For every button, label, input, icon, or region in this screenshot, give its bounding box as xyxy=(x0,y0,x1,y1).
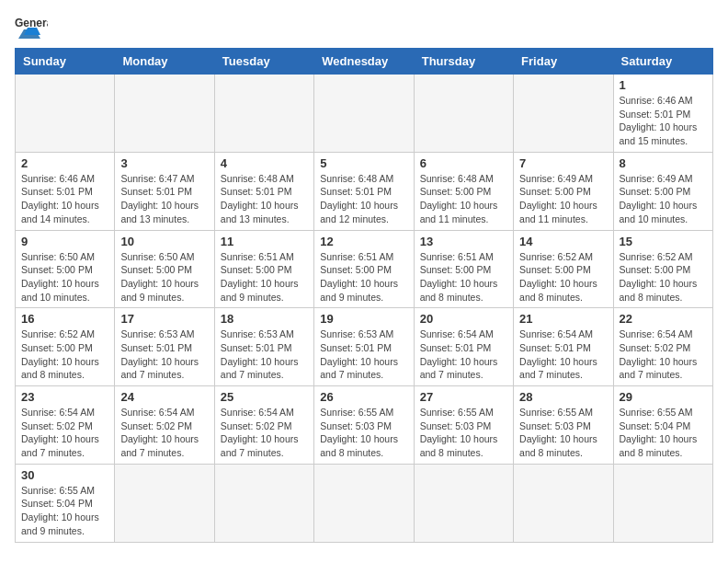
calendar-cell xyxy=(314,464,414,542)
day-number: 11 xyxy=(221,235,308,248)
day-number: 26 xyxy=(320,390,407,404)
calendar-cell xyxy=(613,464,712,542)
day-number: 6 xyxy=(420,156,507,170)
calendar-cell: 6Sunrise: 6:48 AM Sunset: 5:00 PM Daylig… xyxy=(414,152,513,230)
day-info: Sunrise: 6:46 AM Sunset: 5:01 PM Dayligh… xyxy=(21,172,108,226)
calendar-cell xyxy=(514,464,613,542)
calendar-cell: 13Sunrise: 6:51 AM Sunset: 5:00 PM Dayli… xyxy=(414,230,513,308)
day-number: 10 xyxy=(120,235,208,248)
calendar-cell: 2Sunrise: 6:46 AM Sunset: 5:01 PM Daylig… xyxy=(16,152,115,230)
calendar-cell: 14Sunrise: 6:52 AM Sunset: 5:00 PM Dayli… xyxy=(514,230,613,308)
day-info: Sunrise: 6:47 AM Sunset: 5:01 PM Dayligh… xyxy=(120,172,208,226)
calendar-cell: 22Sunrise: 6:54 AM Sunset: 5:02 PM Dayli… xyxy=(613,308,712,386)
day-info: Sunrise: 6:53 AM Sunset: 5:01 PM Dayligh… xyxy=(221,327,308,382)
day-info: Sunrise: 6:54 AM Sunset: 5:02 PM Dayligh… xyxy=(620,327,707,382)
col-header-saturday: Saturday xyxy=(613,49,712,75)
col-header-tuesday: Tuesday xyxy=(214,49,313,75)
day-info: Sunrise: 6:46 AM Sunset: 5:01 PM Dayligh… xyxy=(620,94,707,148)
calendar-cell: 21Sunrise: 6:54 AM Sunset: 5:01 PM Dayli… xyxy=(514,308,613,386)
day-info: Sunrise: 6:48 AM Sunset: 5:01 PM Dayligh… xyxy=(221,172,308,226)
calendar-cell: 4Sunrise: 6:48 AM Sunset: 5:01 PM Daylig… xyxy=(214,152,313,230)
day-number: 3 xyxy=(120,156,208,170)
col-header-sunday: Sunday xyxy=(16,49,115,75)
calendar-table: SundayMondayTuesdayWednesdayThursdayFrid… xyxy=(15,48,713,543)
day-info: Sunrise: 6:48 AM Sunset: 5:00 PM Dayligh… xyxy=(420,172,507,226)
calendar-cell xyxy=(115,464,214,542)
day-number: 23 xyxy=(21,390,108,404)
day-info: Sunrise: 6:51 AM Sunset: 5:00 PM Dayligh… xyxy=(221,250,308,304)
day-info: Sunrise: 6:55 AM Sunset: 5:03 PM Dayligh… xyxy=(519,406,607,460)
day-number: 21 xyxy=(519,312,607,326)
calendar-cell: 29Sunrise: 6:55 AM Sunset: 5:04 PM Dayli… xyxy=(613,386,712,465)
day-info: Sunrise: 6:54 AM Sunset: 5:01 PM Dayligh… xyxy=(519,327,607,382)
day-info: Sunrise: 6:54 AM Sunset: 5:02 PM Dayligh… xyxy=(120,406,208,460)
day-number: 15 xyxy=(620,235,707,248)
day-info: Sunrise: 6:55 AM Sunset: 5:04 PM Dayligh… xyxy=(21,484,108,538)
col-header-wednesday: Wednesday xyxy=(314,49,414,75)
calendar-header-row: SundayMondayTuesdayWednesdayThursdayFrid… xyxy=(16,49,713,75)
day-number: 1 xyxy=(620,78,707,92)
day-info: Sunrise: 6:53 AM Sunset: 5:01 PM Dayligh… xyxy=(120,327,208,382)
calendar-cell: 11Sunrise: 6:51 AM Sunset: 5:00 PM Dayli… xyxy=(214,230,313,308)
calendar-cell: 20Sunrise: 6:54 AM Sunset: 5:01 PM Dayli… xyxy=(414,308,513,386)
day-number: 12 xyxy=(320,235,407,248)
calendar-cell xyxy=(214,464,313,542)
day-number: 29 xyxy=(620,390,707,404)
day-number: 14 xyxy=(519,235,607,248)
calendar-cell: 12Sunrise: 6:51 AM Sunset: 5:00 PM Dayli… xyxy=(314,230,414,308)
calendar-cell: 28Sunrise: 6:55 AM Sunset: 5:03 PM Dayli… xyxy=(514,386,613,465)
day-number: 28 xyxy=(519,390,607,404)
calendar-cell: 5Sunrise: 6:48 AM Sunset: 5:01 PM Daylig… xyxy=(314,152,414,230)
day-info: Sunrise: 6:52 AM Sunset: 5:00 PM Dayligh… xyxy=(519,250,607,304)
day-info: Sunrise: 6:53 AM Sunset: 5:01 PM Dayligh… xyxy=(320,327,407,382)
calendar-cell xyxy=(214,75,313,153)
col-header-friday: Friday xyxy=(514,49,613,75)
day-info: Sunrise: 6:51 AM Sunset: 5:00 PM Dayligh… xyxy=(320,250,407,304)
day-number: 7 xyxy=(519,156,607,170)
day-info: Sunrise: 6:55 AM Sunset: 5:04 PM Dayligh… xyxy=(620,406,707,460)
day-info: Sunrise: 6:49 AM Sunset: 5:00 PM Dayligh… xyxy=(620,172,707,226)
header: General xyxy=(15,15,713,40)
day-number: 2 xyxy=(21,156,108,170)
calendar-cell xyxy=(16,75,115,153)
calendar-cell: 19Sunrise: 6:53 AM Sunset: 5:01 PM Dayli… xyxy=(314,308,414,386)
calendar-cell: 18Sunrise: 6:53 AM Sunset: 5:01 PM Dayli… xyxy=(214,308,313,386)
day-info: Sunrise: 6:52 AM Sunset: 5:00 PM Dayligh… xyxy=(21,327,108,382)
calendar-cell: 3Sunrise: 6:47 AM Sunset: 5:01 PM Daylig… xyxy=(115,152,214,230)
calendar-week-row: 23Sunrise: 6:54 AM Sunset: 5:02 PM Dayli… xyxy=(16,386,713,465)
day-info: Sunrise: 6:50 AM Sunset: 5:00 PM Dayligh… xyxy=(21,250,108,304)
calendar-cell: 7Sunrise: 6:49 AM Sunset: 5:00 PM Daylig… xyxy=(514,152,613,230)
calendar-week-row: 30Sunrise: 6:55 AM Sunset: 5:04 PM Dayli… xyxy=(16,464,713,542)
day-number: 30 xyxy=(21,468,108,482)
day-number: 22 xyxy=(620,312,707,326)
calendar-cell: 17Sunrise: 6:53 AM Sunset: 5:01 PM Dayli… xyxy=(115,308,214,386)
day-info: Sunrise: 6:55 AM Sunset: 5:03 PM Dayligh… xyxy=(320,406,407,460)
calendar-cell: 10Sunrise: 6:50 AM Sunset: 5:00 PM Dayli… xyxy=(115,230,214,308)
day-number: 16 xyxy=(21,312,108,326)
logo-icon: General xyxy=(15,15,48,40)
day-number: 9 xyxy=(21,235,108,248)
day-number: 5 xyxy=(320,156,407,170)
day-info: Sunrise: 6:49 AM Sunset: 5:00 PM Dayligh… xyxy=(519,172,607,226)
col-header-thursday: Thursday xyxy=(414,49,513,75)
day-info: Sunrise: 6:50 AM Sunset: 5:00 PM Dayligh… xyxy=(120,250,208,304)
calendar-week-row: 1Sunrise: 6:46 AM Sunset: 5:01 PM Daylig… xyxy=(16,75,713,153)
day-info: Sunrise: 6:52 AM Sunset: 5:00 PM Dayligh… xyxy=(620,250,707,304)
calendar-cell: 16Sunrise: 6:52 AM Sunset: 5:00 PM Dayli… xyxy=(16,308,115,386)
day-number: 13 xyxy=(420,235,507,248)
col-header-monday: Monday xyxy=(115,49,214,75)
day-info: Sunrise: 6:48 AM Sunset: 5:01 PM Dayligh… xyxy=(320,172,407,226)
day-number: 8 xyxy=(620,156,707,170)
calendar-cell: 26Sunrise: 6:55 AM Sunset: 5:03 PM Dayli… xyxy=(314,386,414,465)
day-number: 17 xyxy=(120,312,208,326)
day-number: 27 xyxy=(420,390,507,404)
calendar-cell: 24Sunrise: 6:54 AM Sunset: 5:02 PM Dayli… xyxy=(115,386,214,465)
calendar-cell xyxy=(414,464,513,542)
logo: General xyxy=(15,15,51,40)
calendar-week-row: 2Sunrise: 6:46 AM Sunset: 5:01 PM Daylig… xyxy=(16,152,713,230)
calendar-cell xyxy=(115,75,214,153)
calendar-cell xyxy=(414,75,513,153)
day-number: 24 xyxy=(120,390,208,404)
day-info: Sunrise: 6:54 AM Sunset: 5:02 PM Dayligh… xyxy=(21,406,108,460)
calendar-cell: 9Sunrise: 6:50 AM Sunset: 5:00 PM Daylig… xyxy=(16,230,115,308)
